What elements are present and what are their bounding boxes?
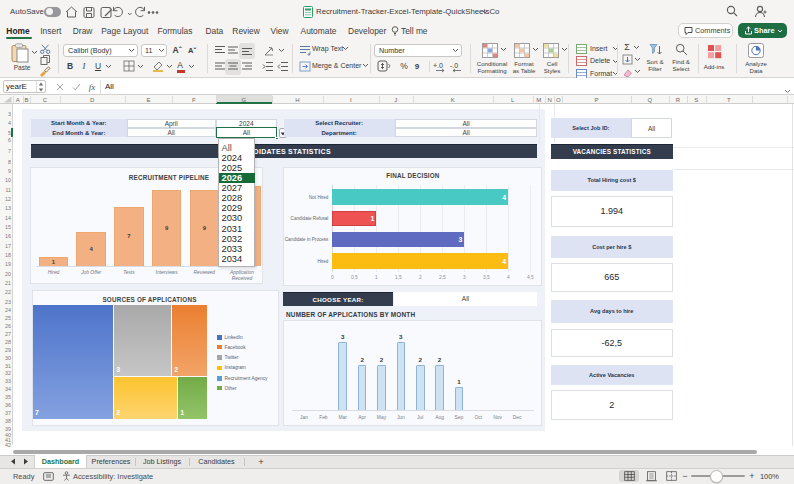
svg-text:+.0: +.0 — [433, 62, 443, 69]
svg-text:-.0: -.0 — [450, 62, 458, 69]
